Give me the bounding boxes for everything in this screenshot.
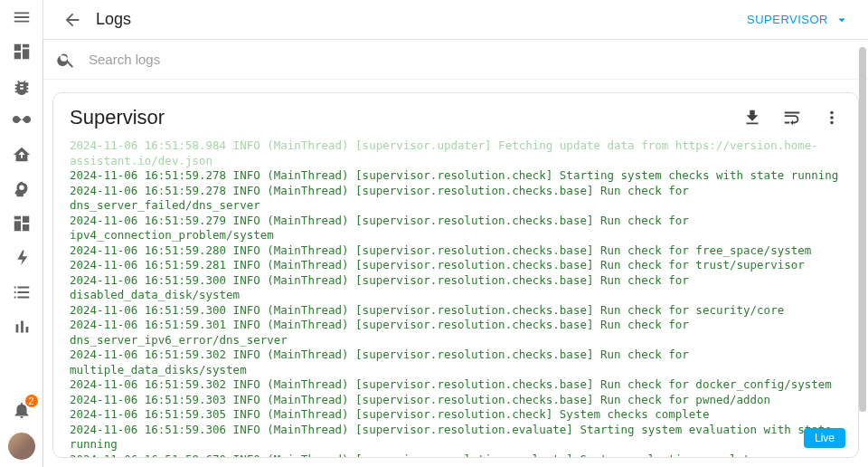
log-card-title: Supervisor: [70, 106, 165, 129]
back-button[interactable]: [54, 2, 90, 38]
arrow-back-icon: [62, 10, 82, 30]
download-logs-button[interactable]: [742, 108, 762, 128]
list-icon: [12, 282, 32, 302]
wrap-text-icon: [782, 108, 802, 128]
user-avatar[interactable]: [8, 433, 35, 460]
nav-home[interactable]: [0, 138, 43, 172]
nav-stats[interactable]: [0, 310, 43, 344]
more-options-button[interactable]: [822, 108, 842, 128]
log-line: 2024-11-06 16:51:58.984 INFO (MainThread…: [70, 138, 842, 168]
live-indicator[interactable]: Live: [804, 428, 845, 448]
main-content: Logs SUPERVISOR Supervisor: [43, 0, 868, 467]
nav-infinity[interactable]: [0, 103, 43, 138]
home-download-icon: [12, 145, 32, 165]
log-card: Supervisor 2024-11-06 16:51: [52, 92, 859, 458]
wrap-lines-button[interactable]: [782, 108, 802, 128]
notifications-button[interactable]: 2: [0, 393, 43, 427]
log-line: 2024-11-06 16:51:59.300 INFO (MainThread…: [70, 273, 842, 303]
log-line: 2024-11-06 16:51:59.305 INFO (MainThread…: [70, 407, 842, 423]
nav-energy[interactable]: [0, 241, 43, 275]
scrollbar[interactable]: [859, 47, 866, 462]
app-bar: Logs SUPERVISOR: [43, 0, 868, 40]
log-output[interactable]: 2024-11-06 16:51:58.984 INFO (MainThread…: [53, 138, 858, 457]
log-line: 2024-11-06 16:51:59.300 INFO (MainThread…: [70, 303, 842, 319]
nav-dashboard-2[interactable]: [0, 206, 43, 241]
bug-icon: [12, 76, 32, 96]
nav-rail: 2: [0, 0, 43, 467]
log-line: 2024-11-06 16:51:59.670 INFO (MainThread…: [70, 453, 842, 458]
log-source-select[interactable]: SUPERVISOR: [740, 6, 857, 33]
head-idea-icon: [12, 179, 32, 199]
log-line: 2024-11-06 16:51:59.301 INFO (MainThread…: [70, 318, 842, 348]
scrollbar-thumb[interactable]: [859, 47, 866, 412]
log-line: 2024-11-06 16:51:59.280 INFO (MainThread…: [70, 243, 842, 259]
download-icon: [742, 108, 762, 128]
page-title: Logs: [96, 10, 131, 29]
log-line: 2024-11-06 16:51:59.278 INFO (MainThread…: [70, 184, 842, 214]
search-icon: [56, 50, 76, 70]
dashboard-2-icon: [12, 214, 32, 234]
notification-count-badge: 2: [25, 395, 38, 407]
more-vert-icon: [822, 108, 842, 128]
log-line: 2024-11-06 16:51:59.302 INFO (MainThread…: [70, 348, 842, 377]
dashboard-icon: [12, 42, 32, 62]
search-bar: [43, 40, 868, 80]
hamburger-icon: [12, 7, 32, 27]
log-line: 2024-11-06 16:51:59.279 INFO (MainThread…: [70, 214, 842, 243]
log-line: 2024-11-06 16:51:59.278 INFO (MainThread…: [70, 168, 842, 184]
nav-debug[interactable]: [0, 69, 43, 103]
log-line: 2024-11-06 16:51:59.302 INFO (MainThread…: [70, 377, 842, 393]
search-input[interactable]: [89, 52, 855, 67]
infinity-icon: [12, 110, 32, 130]
bolt-icon: [12, 248, 32, 268]
log-source-label: SUPERVISOR: [747, 13, 828, 26]
nav-dashboard[interactable]: [0, 34, 43, 69]
log-line: 2024-11-06 16:51:59.303 INFO (MainThread…: [70, 393, 842, 408]
chart-bar-icon: [12, 317, 32, 337]
log-line: 2024-11-06 16:51:59.281 INFO (MainThread…: [70, 258, 842, 273]
nav-agent[interactable]: [0, 172, 43, 206]
chevron-down-icon: [834, 12, 850, 28]
nav-list[interactable]: [0, 275, 43, 310]
menu-button[interactable]: [0, 0, 43, 34]
log-line: 2024-11-06 16:51:59.306 INFO (MainThread…: [70, 423, 842, 453]
